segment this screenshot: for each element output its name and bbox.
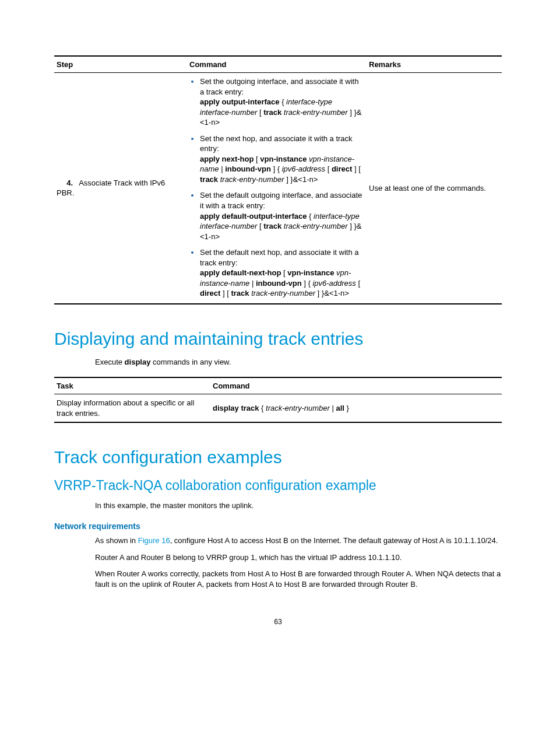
cell-task: Display information about a specific or …	[54, 394, 210, 423]
kw: display	[125, 358, 151, 366]
heading-display-maintain: Displaying and maintaining track entries	[54, 329, 502, 349]
punct: [	[325, 164, 332, 173]
punct: {	[307, 212, 314, 220]
punct: {	[280, 97, 287, 106]
text: , configure Host A to access Host B on t…	[170, 536, 498, 545]
cell-command: Set the outgoing interface, and associat…	[187, 73, 367, 304]
punct: [	[254, 155, 260, 163]
kw: direct	[200, 289, 220, 298]
kw: vpn-instance	[260, 155, 307, 163]
page-number: 63	[54, 618, 502, 626]
th-step: Step	[54, 56, 187, 73]
page-content: Step Command Remarks 4. Associate Track …	[0, 0, 556, 661]
kw: track	[231, 289, 249, 298]
punct: ] }&<1-n>	[284, 175, 318, 184]
th-command: Command	[210, 377, 502, 394]
kw: track	[263, 222, 281, 230]
cmd-desc: Set the default outgoing interface, and …	[200, 191, 362, 210]
kw: track	[263, 108, 281, 117]
cell-remarks: Use at least one of the commands.	[367, 73, 502, 304]
table-row: 4. Associate Track with IPv6 PBR. Set th…	[54, 73, 502, 304]
command-table-2: Task Command Display information about a…	[54, 377, 502, 423]
kw: apply default-next-hop	[200, 268, 281, 277]
punct: ] {	[271, 164, 282, 173]
arg: ipv6-address	[312, 279, 356, 288]
arg: track-entry-number	[284, 222, 348, 230]
punct: [	[281, 268, 287, 277]
punct: ] [	[220, 289, 231, 298]
punct: |	[249, 279, 256, 288]
figure-link[interactable]: Figure 16	[138, 536, 170, 545]
kw: apply default-output-interface	[200, 212, 307, 220]
text: Execute	[95, 358, 125, 366]
punct: [	[257, 222, 263, 230]
step-number: 4.	[57, 178, 73, 188]
exec-line: Execute display commands in any view.	[95, 357, 502, 368]
punct: ] [	[352, 164, 360, 173]
arg: track-entry-number	[266, 404, 330, 412]
kw: all	[336, 404, 344, 412]
punct: {	[259, 404, 266, 412]
punct: }	[344, 404, 349, 412]
intro-paragraph: In this example, the master monitors the…	[95, 501, 502, 511]
cmd-desc: Set the outgoing interface, and associat…	[200, 77, 358, 96]
arg: ipv6-address	[282, 164, 325, 173]
command-table-1: Step Command Remarks 4. Associate Track …	[54, 55, 502, 304]
heading-vrrp-example: VRRP-Track-NQA collaboration configurati…	[54, 478, 502, 494]
arg: track-entry-number	[284, 108, 348, 117]
cell-step: 4. Associate Track with IPv6 PBR.	[54, 73, 187, 304]
punct: [	[356, 279, 360, 288]
punct: [	[257, 108, 263, 117]
heading-network-requirements: Network requirements	[54, 522, 502, 531]
cmd-desc: Set the next hop, and associate it with …	[200, 134, 353, 153]
text: commands in any view.	[150, 358, 231, 366]
punct: ] }&<1-n>	[315, 289, 349, 298]
paragraph: Router A and Router B belong to VRRP gro…	[95, 552, 502, 563]
kw: display track	[213, 404, 259, 412]
list-item: Set the default outgoing interface, and …	[200, 190, 364, 242]
kw: inbound-vpn	[256, 279, 302, 288]
arg: track-entry-number	[251, 289, 315, 298]
paragraph: When Router A works correctly, packets f…	[95, 569, 502, 590]
arg: track-entry-number	[220, 175, 284, 184]
table-row: Display information about a specific or …	[54, 394, 502, 423]
kw: track	[200, 175, 218, 184]
punct: ] {	[302, 279, 313, 288]
kw: vpn-instance	[287, 268, 334, 277]
list-item: Set the next hop, and associate it with …	[200, 134, 364, 185]
text: As shown in	[95, 536, 138, 545]
list-item: Set the default next hop, and associate …	[200, 247, 364, 299]
punct: |	[330, 404, 336, 412]
kw: apply next-hop	[200, 155, 254, 163]
paragraph: As shown in Figure 16, configure Host A …	[95, 536, 502, 546]
punct: |	[219, 164, 226, 173]
kw: direct	[332, 164, 352, 173]
cell-command: display track { track-entry-number | all…	[210, 394, 502, 423]
kw: apply output-interface	[200, 97, 280, 106]
kw: inbound-vpn	[225, 164, 271, 173]
th-remarks: Remarks	[367, 56, 502, 73]
cmd-desc: Set the default next hop, and associate …	[200, 248, 358, 267]
list-item: Set the outgoing interface, and associat…	[200, 76, 364, 128]
heading-config-examples: Track configuration examples	[54, 447, 502, 467]
th-task: Task	[54, 377, 210, 394]
step-text: Associate Track with IPv6 PBR.	[57, 178, 165, 198]
th-command: Command	[187, 56, 367, 73]
